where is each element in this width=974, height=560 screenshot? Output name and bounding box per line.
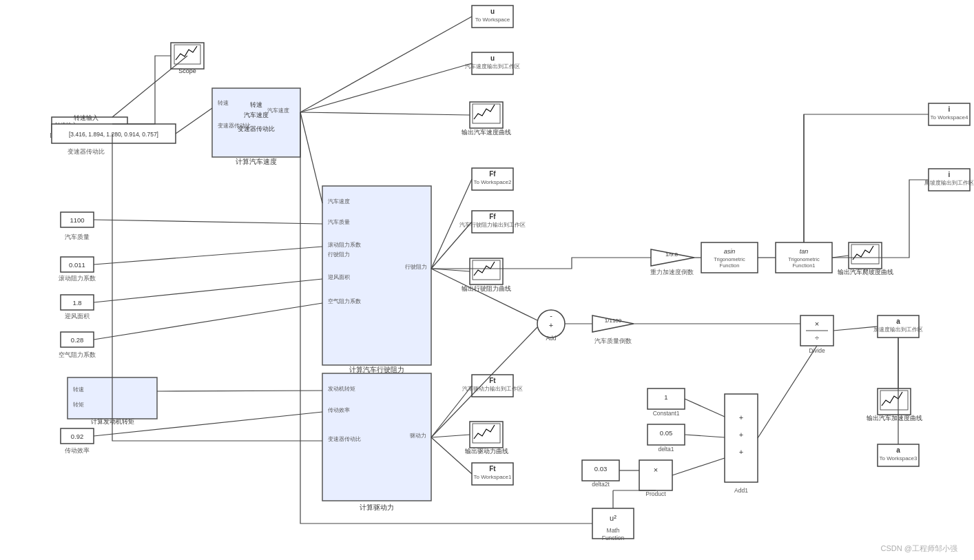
svg-rect-139 [592,508,634,539]
svg-text:行驶阻力: 行驶阻力 [328,251,350,258]
svg-rect-97 [878,444,919,466]
svg-rect-12 [473,104,500,123]
svg-text:Product: Product [645,490,666,497]
svg-text:计算发动机转矩: 计算发动机转矩 [91,418,134,425]
svg-rect-4 [174,45,200,64]
svg-text:迎风面积: 迎风面积 [65,313,90,320]
svg-text:Trigonometric: Trigonometric [714,256,745,262]
svg-line-150 [94,279,322,302]
svg-text:delta1: delta1 [658,446,674,453]
svg-rect-104 [61,428,94,444]
svg-text:汽车行驶阻力输出到工作区: 汽车行驶阻力输出到工作区 [459,222,526,228]
svg-text:÷: ÷ [815,333,819,342]
svg-text:×: × [654,466,658,474]
svg-text:输出汽车加速度曲线: 输出汽车加速度曲线 [867,415,922,422]
svg-rect-86 [800,315,833,346]
svg-line-177 [157,391,322,391]
svg-text:To Workspace: To Workspace [475,17,510,23]
svg-line-153 [431,222,472,269]
svg-rect-128 [582,460,619,481]
svg-line-176 [112,56,187,117]
svg-text:空气阻力系数: 空气阻力系数 [59,351,96,358]
svg-text:滚动阻力系数: 滚动阻力系数 [59,275,96,282]
svg-rect-50 [472,168,513,190]
svg-text:汽车驱动力输出到工作区: 汽车驱动力输出到工作区 [462,386,523,392]
svg-rect-95 [880,391,908,410]
svg-line-155 [431,269,537,320]
svg-text:传动效率: 传动效率 [65,447,90,454]
svg-text:⬜: ⬜ [184,53,192,61]
svg-text:0.05: 0.05 [660,429,673,437]
svg-text:1/9.8: 1/9.8 [665,251,678,258]
svg-rect-78 [851,245,879,264]
svg-text:Ft: Ft [489,465,496,473]
svg-rect-29 [61,212,94,227]
svg-rect-91 [878,315,919,338]
svg-rect-113 [472,375,513,397]
svg-text:1: 1 [664,393,667,401]
svg-rect-125 [647,424,685,445]
svg-text:i: i [949,171,951,178]
svg-text:Scope: Scope [178,68,196,74]
svg-text:u²: u² [610,514,616,522]
svg-line-143 [176,108,212,134]
svg-text:0.011: 0.011 [69,261,85,269]
svg-text:变速器传动比: 变速器传动比 [68,148,105,155]
svg-text:To Workspace4: To Workspace4 [931,114,969,121]
svg-line-171 [685,435,725,437]
svg-line-156 [431,386,472,437]
svg-text:变速器传动比: 变速器传动比 [328,436,361,442]
svg-rect-77 [849,242,882,269]
svg-text:加速度输出到工作区: 加速度输出到工作区 [873,326,923,333]
svg-rect-35 [61,295,94,310]
svg-line-147 [300,112,322,203]
svg-text:空气阻力系数: 空气阻力系数 [328,298,361,304]
svg-text:转速: 转速 [218,100,229,106]
svg-text:Function1: Function1 [793,262,816,269]
svg-text:a: a [896,446,900,454]
svg-text:1.8: 1.8 [72,299,81,307]
svg-text:行驶阻力: 行驶阻力 [405,264,427,270]
svg-rect-5 [472,6,513,28]
svg-text:u: u [490,54,495,62]
svg-text:变速器传动比: 变速器传动比 [238,125,275,132]
svg-rect-80 [929,103,970,125]
svg-line-162 [833,326,878,331]
svg-text:汽车速度输出到工作区: 汽车速度输出到工作区 [465,63,520,70]
svg-text:汽车质量倒数: 汽车质量倒数 [594,338,632,344]
svg-text:a: a [896,318,900,325]
svg-text:滚动阻力系数: 滚动阻力系数 [328,242,361,248]
svg-line-159 [431,327,537,437]
svg-text:+: + [739,431,743,439]
svg-text:To Workspace3: To Workspace3 [880,455,918,462]
svg-line-148 [94,220,322,224]
svg-text:计算汽车行驶阻力: 计算汽车行驶阻力 [349,366,404,373]
svg-text:+: + [549,321,553,329]
svg-text:汽车质量: 汽车质量 [328,219,350,225]
svg-rect-38 [61,332,94,347]
svg-line-169 [758,346,817,438]
svg-text:计算驱动力: 计算驱动力 [360,504,394,511]
svg-text:计算汽车速度: 计算汽车速度 [236,158,277,165]
svg-rect-83 [929,169,970,191]
svg-rect-17 [52,124,176,143]
svg-rect-8 [472,52,513,74]
svg-text:+: + [739,448,743,456]
svg-text:重力加速度倒数: 重力加速度倒数 [650,269,694,276]
svg-rect-122 [647,388,685,409]
svg-text:1/1100: 1/1100 [605,318,622,324]
svg-text:传动效率: 传动效率 [328,407,350,413]
svg-rect-107 [322,373,431,501]
svg-line-146 [300,112,470,115]
svg-text:To Workspace2: To Workspace2 [474,179,512,185]
svg-text:asin: asin [724,248,736,255]
svg-text:变速器传动比: 变速器传动比 [218,123,251,129]
svg-text:Add: Add [546,335,556,342]
svg-line-178 [94,412,322,436]
svg-text:迎风面积: 迎风面积 [328,274,350,280]
svg-text:tan: tan [800,248,809,255]
svg-text:转速: 转速 [250,101,262,108]
svg-text:[3.416, 1.894, 1.280, 0.914, 0: [3.416, 1.894, 1.280, 0.914, 0.757] [50,132,129,138]
svg-text:+: + [739,413,743,422]
svg-text:0.92: 0.92 [71,433,84,440]
